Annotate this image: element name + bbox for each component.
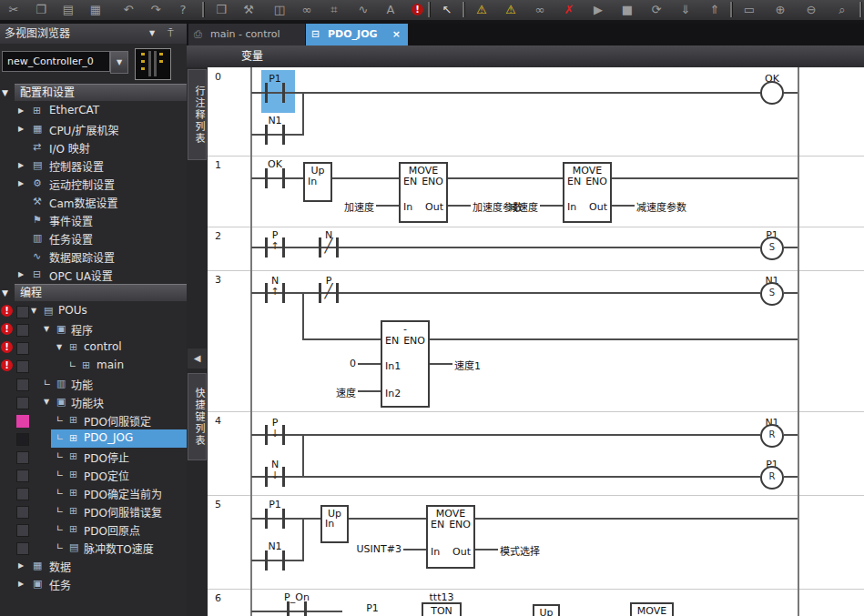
sidebar-item-pous[interactable]: !▼▤POUs bbox=[0, 302, 187, 320]
download-icon[interactable]: ⇓ bbox=[674, 0, 697, 19]
up-block[interactable]: Up In bbox=[303, 162, 332, 202]
select-cursor-icon[interactable]: ↖ bbox=[435, 0, 459, 19]
sidebar-item-event-settings[interactable]: ⚑事件设置 bbox=[0, 211, 187, 229]
sync-icon[interactable]: ⟳ bbox=[645, 0, 668, 19]
no-contact-p1[interactable] bbox=[265, 83, 285, 103]
tools-icon[interactable]: ⚒ bbox=[237, 0, 260, 19]
redo-icon[interactable]: ↷ bbox=[144, 0, 168, 19]
zoom-in-icon[interactable]: ⊕ bbox=[768, 0, 792, 19]
rebuild-icon[interactable]: ⚠ bbox=[499, 0, 523, 19]
rung-number[interactable]: 6 bbox=[215, 592, 221, 604]
sidebar-item-tasks[interactable]: ▶▣任务 bbox=[0, 575, 187, 593]
sidebar-item-pdo-servo-lock[interactable]: ∟⊞PDO伺服锁定 bbox=[0, 411, 187, 429]
tab-shortcut-list[interactable]: 快捷键列表 bbox=[188, 373, 207, 460]
no-contact-p-on[interactable] bbox=[287, 601, 307, 616]
set-coil-p1[interactable]: S bbox=[760, 237, 784, 260]
reset-coil-n1[interactable]: R bbox=[760, 424, 784, 448]
collapse-left-icon[interactable]: ◀ bbox=[188, 348, 207, 369]
sidebar-item-data-trace[interactable]: ∿数据跟踪设置 bbox=[0, 247, 187, 266]
delete-icon[interactable]: ▦ bbox=[84, 0, 107, 19]
rung-number[interactable]: 1 bbox=[215, 159, 221, 171]
undo-icon[interactable]: ↶ bbox=[117, 0, 140, 19]
set-coil-n1[interactable]: S bbox=[760, 282, 784, 306]
zoom-fit-icon[interactable]: ⌕ bbox=[830, 0, 854, 19]
ton-block[interactable]: TON bbox=[422, 602, 462, 616]
no-contact-p1[interactable] bbox=[265, 509, 285, 529]
nc-contact-p[interactable]: ╱ bbox=[319, 283, 339, 303]
rung-number[interactable]: 5 bbox=[215, 499, 221, 510]
sidebar-item-pdo-jog[interactable]: ∟⊞PDO_JOG bbox=[0, 429, 187, 448]
sidebar-item-pdo-stop[interactable]: ∟⊞PDO停止 bbox=[0, 448, 187, 466]
sidebar-item-cpu-rack[interactable]: ▶▦CPU/扩展机架 bbox=[0, 120, 187, 138]
cut-icon[interactable]: ✂ bbox=[2, 0, 25, 19]
error-list-icon[interactable]: ! bbox=[412, 4, 423, 15]
tab-main-control[interactable]: ⎙ main - control bbox=[188, 24, 305, 45]
compare-icon[interactable]: ◫ bbox=[268, 0, 291, 19]
run-icon[interactable]: ▶ bbox=[586, 0, 610, 19]
section-programming[interactable]: 编程 bbox=[15, 284, 187, 301]
sidebar-item-functions[interactable]: ∟▥功能 bbox=[0, 375, 187, 393]
rung-number[interactable]: 0 bbox=[215, 71, 221, 83]
input-variable[interactable]: 速度 bbox=[336, 385, 356, 399]
zoom-out-icon[interactable]: ⊖ bbox=[799, 0, 823, 19]
up-block[interactable]: Up bbox=[533, 604, 560, 616]
sidebar-item-cam-data[interactable]: ⚒Cam数据设置 bbox=[0, 193, 187, 211]
sidebar-item-control[interactable]: !▼⊞control bbox=[0, 338, 187, 357]
subtract-block[interactable]: - EN ENO In1 In2 bbox=[381, 320, 430, 408]
io-watch-icon[interactable]: ⌗ bbox=[322, 0, 346, 19]
section-expand-icon[interactable]: ▼ bbox=[2, 88, 13, 97]
output-variable[interactable]: 减速度参数 bbox=[636, 199, 686, 214]
sidebar-item-function-blocks[interactable]: ▼▣功能块 bbox=[0, 393, 187, 411]
rising-edge-contact-p[interactable]: ↑ bbox=[265, 237, 285, 258]
help-icon[interactable]: ? bbox=[171, 0, 195, 19]
program-check-icon[interactable]: ∞ bbox=[528, 0, 552, 19]
move-block-4[interactable]: MOVE bbox=[630, 602, 674, 616]
move-block-2[interactable]: MOVE EN ENO In Out bbox=[563, 162, 612, 223]
window-icon[interactable]: ❒ bbox=[209, 0, 233, 19]
rung-number[interactable]: 4 bbox=[215, 415, 221, 427]
ladder-editor-canvas[interactable]: 0 1 2 3 4 5 6 P1 N1 OK OK Up In MOVE EN … bbox=[208, 67, 864, 616]
output-variable[interactable]: 模式选择 bbox=[500, 543, 540, 558]
no-contact-n1[interactable] bbox=[265, 125, 285, 145]
copy-icon[interactable]: ❐ bbox=[29, 0, 53, 19]
select-rect-icon[interactable]: ▭ bbox=[737, 0, 761, 19]
sidebar-item-motion-settings[interactable]: ▶⚙运动控制设置 bbox=[0, 175, 187, 193]
sidebar-item-data[interactable]: ▶▦数据 bbox=[0, 557, 187, 575]
nc-contact-n[interactable]: ╱ bbox=[319, 237, 339, 258]
sidebar-item-pdo-confirm-current[interactable]: ∟⊞PDO确定当前为 bbox=[0, 484, 187, 502]
build-icon[interactable]: ⚠ bbox=[470, 0, 493, 19]
controller-select[interactable]: new_Controller_0 bbox=[2, 51, 110, 72]
input-value[interactable]: USINT#3 bbox=[357, 543, 402, 555]
upload-icon[interactable]: ⇑ bbox=[703, 0, 727, 19]
section-expand-icon[interactable]: ▼ bbox=[2, 288, 13, 298]
section-config[interactable]: 配置和设置 bbox=[15, 84, 187, 101]
falling-edge-contact-p[interactable]: ↓ bbox=[265, 425, 285, 445]
sidebar-item-opcua[interactable]: ▶⊟OPC UA设置 bbox=[0, 266, 187, 284]
rising-edge-contact-n[interactable]: ↑ bbox=[265, 283, 285, 303]
rung-number[interactable]: 2 bbox=[215, 230, 221, 242]
sidebar-item-pulse-to-speed[interactable]: ∟▤脉冲数TO速度 bbox=[0, 539, 187, 557]
rung-number[interactable]: 3 bbox=[215, 274, 221, 286]
stop-icon[interactable]: ■ bbox=[615, 0, 639, 19]
sidebar-item-io-map[interactable]: ⇄I/O 映射 bbox=[0, 138, 187, 157]
panel-collapse-icon[interactable]: ▼ bbox=[149, 24, 155, 44]
no-contact-ok[interactable] bbox=[265, 168, 285, 188]
tab-line-comment-list[interactable]: 行注释列表 bbox=[188, 69, 207, 160]
tab-pdo-jog[interactable]: ⊟ PDO_JOG × bbox=[306, 24, 408, 45]
output-coil-ok[interactable] bbox=[760, 81, 784, 105]
sidebar-item-main[interactable]: !∟⊞main bbox=[0, 357, 187, 375]
up-block[interactable]: Up In bbox=[320, 505, 349, 543]
paste-icon[interactable]: ▤ bbox=[56, 0, 80, 19]
check-stop-icon[interactable]: ✗ bbox=[557, 0, 581, 19]
trace-watch-icon[interactable]: ∿ bbox=[351, 0, 375, 19]
watch-window-icon[interactable]: ∞ bbox=[295, 0, 319, 19]
sidebar-item-programs[interactable]: !▼▣程序 bbox=[0, 320, 187, 338]
input-variable[interactable]: 加速度 bbox=[344, 199, 374, 214]
output-variable[interactable]: 速度1 bbox=[454, 358, 481, 372]
reset-coil-p1[interactable]: R bbox=[760, 466, 784, 490]
input-value[interactable]: 0 bbox=[350, 358, 356, 369]
sidebar-item-task-settings[interactable]: ▥任务设置 bbox=[0, 229, 187, 247]
falling-edge-contact-n[interactable]: ↓ bbox=[265, 467, 285, 487]
input-variable[interactable]: 减速度 bbox=[508, 199, 538, 214]
move-block-3[interactable]: MOVE EN ENO In Out bbox=[426, 505, 475, 569]
